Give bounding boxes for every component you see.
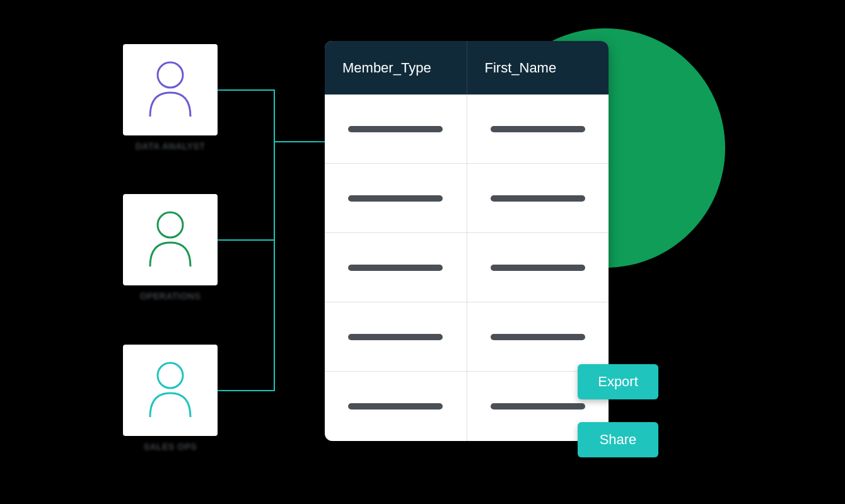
- table-cell: [467, 302, 609, 371]
- placeholder-bar: [491, 195, 585, 202]
- user-icon: [145, 209, 195, 271]
- placeholder-bar: [348, 334, 443, 340]
- table-cell: [467, 164, 609, 232]
- placeholder-bar: [491, 334, 585, 340]
- table-body: [325, 94, 609, 441]
- export-button[interactable]: Export: [578, 364, 658, 399]
- placeholder-bar: [348, 265, 443, 271]
- table-row: [325, 164, 609, 233]
- table-cell: [467, 94, 609, 163]
- table-row: [325, 372, 609, 441]
- svg-point-1: [158, 212, 183, 238]
- data-table: Member_Type First_Name: [325, 41, 609, 441]
- persona-card-salesops: [123, 345, 218, 436]
- table-cell: [325, 372, 467, 441]
- placeholder-bar: [491, 265, 585, 271]
- table-cell: [325, 302, 467, 371]
- placeholder-bar: [348, 126, 443, 132]
- svg-point-2: [158, 363, 183, 388]
- share-button[interactable]: Share: [578, 422, 658, 457]
- column-header-member-type: Member_Type: [325, 41, 467, 94]
- persona-label: OPERATIONS: [123, 291, 218, 301]
- table-cell: [325, 233, 467, 302]
- table-cell: [467, 233, 609, 302]
- persona-label: DATA ANALYST: [123, 141, 218, 151]
- placeholder-bar: [491, 403, 585, 410]
- persona-card-analyst: [123, 44, 218, 135]
- table-cell: [325, 164, 467, 232]
- column-header-first-name: First_Name: [467, 41, 609, 94]
- table-cell: [325, 94, 467, 163]
- table-header: Member_Type First_Name: [325, 41, 609, 94]
- placeholder-bar: [348, 403, 443, 410]
- persona-card-operations: [123, 194, 218, 285]
- table-row: [325, 233, 609, 302]
- table-row: [325, 94, 609, 164]
- user-icon: [145, 59, 195, 121]
- svg-point-0: [158, 62, 183, 88]
- placeholder-bar: [348, 195, 443, 202]
- persona-label: SALES OPS: [123, 442, 218, 452]
- placeholder-bar: [491, 126, 585, 132]
- table-row: [325, 302, 609, 372]
- user-icon: [145, 359, 195, 421]
